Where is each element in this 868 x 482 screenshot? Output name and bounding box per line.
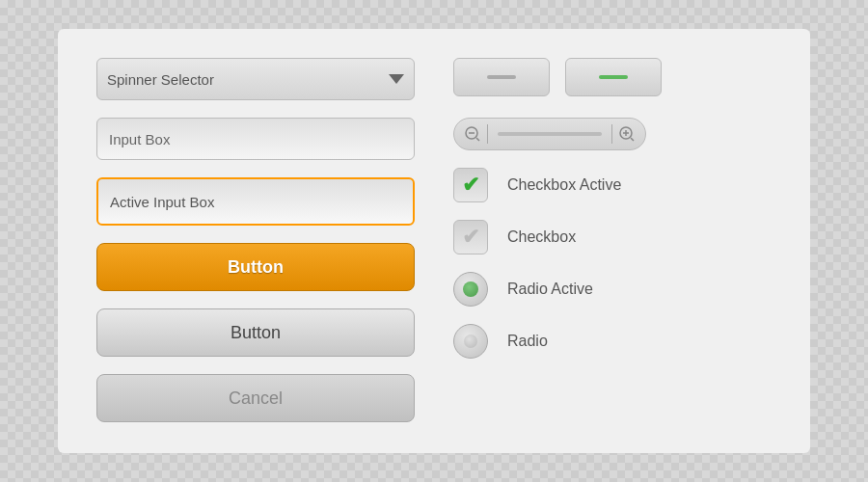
right-column: ✔ Checkbox Active ✔ Checkbox Radio Activ…	[453, 58, 772, 424]
checkmark-active-icon: ✔	[462, 173, 479, 198]
cancel-button[interactable]: Cancel	[96, 374, 415, 422]
green-line-icon	[599, 75, 628, 79]
checkbox-row: ✔ Checkbox	[453, 220, 772, 254]
svg-line-6	[631, 138, 634, 141]
checkmark-inactive-icon: ✔	[462, 225, 479, 250]
active-input-box[interactable]: Active Input Box	[96, 177, 415, 226]
radio-row: Radio	[453, 324, 772, 359]
cancel-button-label: Cancel	[229, 388, 283, 409]
checkbox-active-row: ✔ Checkbox Active	[453, 168, 772, 202]
dropdown-arrow-icon	[389, 74, 404, 84]
left-column: Spinner Selector Input Box Active Input …	[96, 58, 415, 424]
zoom-track	[498, 132, 602, 136]
radio-active-label: Radio Active	[507, 281, 593, 298]
zoom-divider-2	[611, 124, 612, 144]
input-box[interactable]: Input Box	[96, 118, 415, 160]
checkbox-control[interactable]: ✔	[453, 220, 488, 254]
zoom-in-icon[interactable]	[618, 125, 636, 143]
spinner-selector[interactable]: Spinner Selector	[96, 58, 415, 100]
radio-control[interactable]	[453, 324, 488, 359]
radio-active-control[interactable]	[453, 272, 488, 307]
spinner-label: Spinner Selector	[107, 71, 379, 88]
radio-active-row: Radio Active	[453, 272, 772, 307]
radio-inactive-dot	[464, 335, 477, 348]
zoom-out-icon[interactable]	[464, 125, 481, 143]
main-panel: Spinner Selector Input Box Active Input …	[58, 29, 810, 453]
active-input-box-label: Active Input Box	[110, 194, 214, 210]
input-box-label: Input Box	[109, 131, 170, 147]
minus-icon	[487, 75, 516, 79]
zoom-divider	[487, 124, 488, 144]
gray-button-label: Button	[231, 323, 281, 343]
zoom-control[interactable]	[453, 118, 646, 150]
radio-active-dot	[463, 281, 478, 297]
checkbox-label: Checkbox	[507, 228, 576, 246]
top-buttons-row	[453, 58, 772, 96]
green-button[interactable]	[565, 58, 662, 96]
checkbox-active-control[interactable]: ✔	[453, 168, 488, 202]
orange-button-label: Button	[228, 257, 284, 278]
checkbox-active-label: Checkbox Active	[507, 176, 621, 194]
radio-label: Radio	[507, 333, 548, 350]
svg-line-2	[476, 138, 479, 141]
gray-button[interactable]: Button	[96, 308, 415, 357]
minus-button[interactable]	[453, 58, 550, 96]
orange-button[interactable]: Button	[96, 243, 415, 291]
